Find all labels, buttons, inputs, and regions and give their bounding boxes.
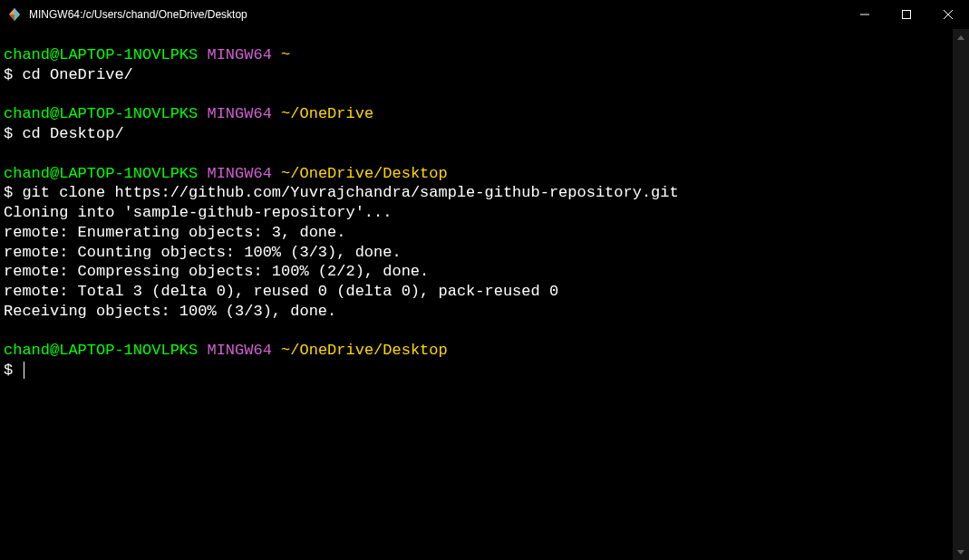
scrollbar[interactable] xyxy=(953,29,969,560)
cursor xyxy=(24,362,24,379)
cwd-path: ~/OneDrive/Desktop xyxy=(281,165,448,182)
prompt-line: chand@LAPTOP-1NOVLPKS MINGW64 ~ xyxy=(4,45,953,65)
output-line: Cloning into 'sample-github-repository'.… xyxy=(4,203,953,223)
prompt-line: chand@LAPTOP-1NOVLPKS MINGW64 ~/OneDrive xyxy=(4,104,953,124)
output-line: remote: Total 3 (delta 0), reused 0 (del… xyxy=(4,282,953,302)
shell-label: MINGW64 xyxy=(207,46,271,63)
prompt-line: chand@LAPTOP-1NOVLPKS MINGW64 ~/OneDrive… xyxy=(4,341,953,361)
user-host: chand@LAPTOP-1NOVLPKS xyxy=(4,165,198,182)
prompt-symbol: $ xyxy=(4,184,13,201)
command-text: git clone https://github.com/Yuvrajchand… xyxy=(22,184,678,201)
prompt-symbol: $ xyxy=(4,362,13,379)
svg-marker-4 xyxy=(15,14,20,21)
output-line: remote: Counting objects: 100% (3/3), do… xyxy=(4,243,953,263)
command-line: $ cd Desktop/ xyxy=(4,124,953,144)
command-text: cd OneDrive/ xyxy=(22,66,132,83)
terminal-content[interactable]: chand@LAPTOP-1NOVLPKS MINGW64 ~$ cd OneD… xyxy=(0,29,953,560)
user-host: chand@LAPTOP-1NOVLPKS xyxy=(4,105,198,122)
command-text: cd Desktop/ xyxy=(22,125,123,142)
user-host: chand@LAPTOP-1NOVLPKS xyxy=(4,46,198,63)
cwd-path: ~/OneDrive/Desktop xyxy=(281,342,448,359)
maximize-button[interactable] xyxy=(886,0,927,29)
blank-line xyxy=(4,322,953,342)
command-line: $ xyxy=(4,361,953,381)
app-icon xyxy=(7,7,22,22)
terminal-area: chand@LAPTOP-1NOVLPKS MINGW64 ~$ cd OneD… xyxy=(0,29,969,560)
svg-marker-2 xyxy=(9,8,15,14)
window-title: MINGW64:/c/Users/chand/OneDrive/Desktop xyxy=(29,8,844,21)
command-line: $ cd OneDrive/ xyxy=(4,65,953,85)
minimize-button[interactable] xyxy=(844,0,886,29)
command-line: $ git clone https://github.com/Yuvrajcha… xyxy=(4,183,953,203)
cwd-path: ~/OneDrive xyxy=(281,105,373,122)
prompt-line: chand@LAPTOP-1NOVLPKS MINGW64 ~/OneDrive… xyxy=(4,164,953,184)
scroll-down-arrow[interactable] xyxy=(953,544,969,560)
svg-marker-1 xyxy=(15,8,20,14)
output-line: remote: Compressing objects: 100% (2/2),… xyxy=(4,262,953,282)
cwd-path: ~ xyxy=(281,46,290,63)
output-line: remote: Enumerating objects: 3, done. xyxy=(4,223,953,243)
blank-line xyxy=(4,144,953,164)
svg-marker-10 xyxy=(957,550,964,555)
shell-label: MINGW64 xyxy=(207,165,271,182)
shell-label: MINGW64 xyxy=(207,342,271,359)
prompt-symbol: $ xyxy=(4,125,13,142)
output-line: Receiving objects: 100% (3/3), done. xyxy=(4,302,953,322)
close-button[interactable] xyxy=(927,0,969,29)
shell-label: MINGW64 xyxy=(207,105,271,122)
titlebar[interactable]: MINGW64:/c/Users/chand/OneDrive/Desktop xyxy=(0,0,969,29)
svg-rect-6 xyxy=(903,11,911,19)
blank-line xyxy=(4,85,953,105)
window-controls xyxy=(844,0,969,28)
user-host: chand@LAPTOP-1NOVLPKS xyxy=(4,342,198,359)
prompt-symbol: $ xyxy=(4,66,13,83)
scroll-up-arrow[interactable] xyxy=(953,29,969,45)
svg-marker-9 xyxy=(957,35,964,40)
svg-marker-3 xyxy=(9,14,15,21)
